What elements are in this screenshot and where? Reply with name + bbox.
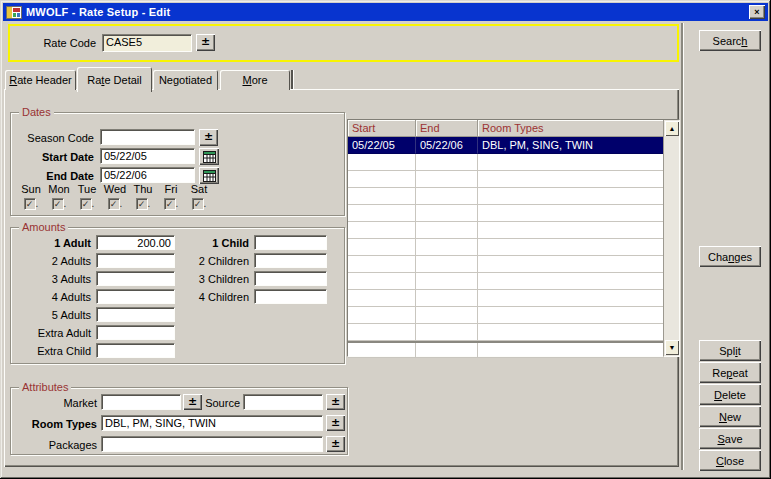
amount-row-3-children: 3 Children bbox=[179, 271, 339, 286]
table-row[interactable] bbox=[348, 273, 664, 290]
table-row[interactable] bbox=[348, 324, 664, 341]
amount-row-3-adults: 3 Adults bbox=[11, 271, 181, 286]
amount-label: 1 Adult bbox=[11, 237, 91, 249]
repeat-button[interactable]: Repeat bbox=[699, 362, 761, 383]
tab-rate-header[interactable]: Rate Header bbox=[5, 70, 76, 90]
scroll-up-button[interactable]: ▲ bbox=[665, 121, 679, 136]
new-button[interactable]: New bbox=[699, 406, 761, 427]
panel-divider bbox=[681, 23, 683, 470]
packages-input[interactable] bbox=[101, 436, 323, 452]
arrow-down-icon: ▼ bbox=[669, 344, 676, 351]
amount-3-adults-input[interactable] bbox=[96, 271, 175, 286]
tab-negotiated[interactable]: Negotiated bbox=[153, 70, 218, 90]
table-row[interactable] bbox=[348, 256, 664, 273]
delete-button[interactable]: Delete bbox=[699, 384, 761, 405]
close-action-button[interactable]: Close bbox=[699, 450, 761, 471]
amount-label: 3 Adults bbox=[11, 273, 91, 285]
table-row[interactable] bbox=[348, 307, 664, 324]
tab-strip-end bbox=[291, 70, 293, 89]
amount-row-4-children: 4 Children bbox=[179, 289, 339, 304]
dates-group: Dates Season Code ± Start Date 05/22/05 … bbox=[10, 112, 345, 216]
amount-row-2-children: 2 Children bbox=[179, 253, 339, 268]
calendar-icon bbox=[203, 170, 216, 182]
table-row[interactable] bbox=[348, 171, 664, 188]
table-row[interactable] bbox=[348, 239, 664, 256]
arrow-up-icon: ▲ bbox=[669, 125, 676, 132]
amounts-group: Amounts 1 Adult 200.00 2 Adults 3 Adults… bbox=[10, 227, 345, 364]
amount-2-adults-input[interactable] bbox=[96, 253, 175, 268]
column-header-room-types[interactable]: Room Types bbox=[478, 120, 664, 137]
lov-arrow-icon: ± bbox=[331, 395, 340, 408]
amount-label: 2 Adults bbox=[11, 255, 91, 267]
title-bar: MWOLF - Rate Setup - Edit × bbox=[3, 3, 768, 21]
amount-extra-adult-input[interactable] bbox=[96, 325, 175, 340]
close-icon: × bbox=[754, 7, 759, 17]
source-lov-button[interactable]: ± bbox=[326, 394, 345, 410]
amount-row-2-adults: 2 Adults bbox=[11, 253, 181, 268]
changes-button[interactable]: Changes bbox=[699, 246, 761, 267]
column-header-start[interactable]: Start bbox=[348, 120, 416, 137]
tab-rate-detail[interactable]: Rate Detail bbox=[77, 67, 152, 92]
day-checkbox-wed[interactable]: ✓ bbox=[108, 198, 120, 210]
close-button[interactable]: × bbox=[749, 5, 765, 19]
search-button[interactable]: Search bbox=[699, 30, 761, 51]
amount-row-4-adults: 4 Adults bbox=[11, 289, 181, 304]
table-row[interactable] bbox=[348, 343, 664, 358]
lov-arrow-icon: ± bbox=[188, 395, 197, 408]
day-thu: Thu✓. bbox=[129, 183, 157, 210]
rate-setup-window: MWOLF - Rate Setup - Edit × Rate Code CA… bbox=[0, 0, 771, 479]
weekday-checkboxes: Sun✓.Mon✓.Tue✓.Wed✓.Thu✓.Fri✓.Sat✓. bbox=[17, 183, 217, 210]
amount-5-adults-input[interactable] bbox=[96, 307, 175, 322]
save-button[interactable]: Save bbox=[699, 428, 761, 449]
season-code-input[interactable] bbox=[100, 129, 195, 145]
amount-row-1-child: 1 Child bbox=[179, 235, 339, 250]
table-scrollbar[interactable]: ▲ ▼ bbox=[663, 120, 679, 356]
table-row-selected[interactable]: 05/22/05 05/22/06 DBL, PM, SING, TWIN bbox=[348, 137, 664, 154]
amount-row-extra-child: Extra Child bbox=[11, 343, 181, 358]
rate-code-input[interactable]: CASE5 bbox=[102, 34, 192, 52]
room-types-input[interactable]: DBL, PM, SING, TWIN bbox=[101, 415, 323, 431]
market-lov-button[interactable]: ± bbox=[183, 394, 202, 410]
table-row[interactable] bbox=[348, 222, 664, 239]
room-types-label: Room Types bbox=[11, 418, 97, 430]
amount-label: 3 Children bbox=[179, 273, 249, 285]
start-date-calendar-button[interactable] bbox=[199, 148, 219, 165]
tab-more[interactable]: More bbox=[220, 70, 290, 90]
amount-1-adult-input[interactable]: 200.00 bbox=[96, 235, 175, 250]
lov-arrow-icon: ± bbox=[331, 437, 340, 450]
lov-arrow-icon: ± bbox=[201, 35, 210, 48]
scroll-down-button[interactable]: ▼ bbox=[665, 340, 679, 355]
day-checkbox-tue[interactable]: ✓ bbox=[80, 198, 92, 210]
amount-3-children-input[interactable] bbox=[254, 271, 327, 286]
amount-2-children-input[interactable] bbox=[254, 253, 327, 268]
end-date-calendar-button[interactable] bbox=[199, 167, 219, 184]
amount-row-extra-adult: Extra Adult bbox=[11, 325, 181, 340]
market-input[interactable] bbox=[101, 394, 181, 410]
day-fri: Fri✓. bbox=[157, 183, 185, 210]
column-header-end[interactable]: End bbox=[416, 120, 478, 137]
start-date-input[interactable]: 05/22/05 bbox=[100, 148, 195, 164]
table-row[interactable] bbox=[348, 188, 664, 205]
source-input[interactable] bbox=[243, 394, 323, 410]
day-checkbox-thu[interactable]: ✓ bbox=[136, 198, 148, 210]
window-title: MWOLF - Rate Setup - Edit bbox=[26, 6, 170, 18]
day-checkbox-sat[interactable]: ✓ bbox=[192, 198, 204, 210]
rate-code-lov-button[interactable]: ± bbox=[196, 34, 215, 51]
amount-4-children-input[interactable] bbox=[254, 289, 327, 304]
day-checkbox-fri[interactable]: ✓ bbox=[164, 198, 176, 210]
start-date-label: Start Date bbox=[11, 151, 94, 163]
split-button[interactable]: Split bbox=[699, 340, 761, 361]
table-row[interactable] bbox=[348, 290, 664, 307]
room-types-lov-button[interactable]: ± bbox=[326, 415, 345, 431]
amounts-group-label: Amounts bbox=[19, 221, 68, 233]
day-checkbox-mon[interactable]: ✓ bbox=[52, 198, 64, 210]
table-row[interactable] bbox=[348, 154, 664, 171]
season-code-lov-button[interactable]: ± bbox=[199, 129, 218, 146]
packages-lov-button[interactable]: ± bbox=[326, 436, 345, 452]
table-row[interactable] bbox=[348, 205, 664, 222]
amount-4-adults-input[interactable] bbox=[96, 289, 175, 304]
day-checkbox-sun[interactable]: ✓ bbox=[24, 198, 36, 210]
amount-extra-child-input[interactable] bbox=[96, 343, 175, 358]
amount-1-child-input[interactable] bbox=[254, 235, 327, 250]
end-date-input[interactable]: 05/22/06 bbox=[100, 167, 195, 183]
